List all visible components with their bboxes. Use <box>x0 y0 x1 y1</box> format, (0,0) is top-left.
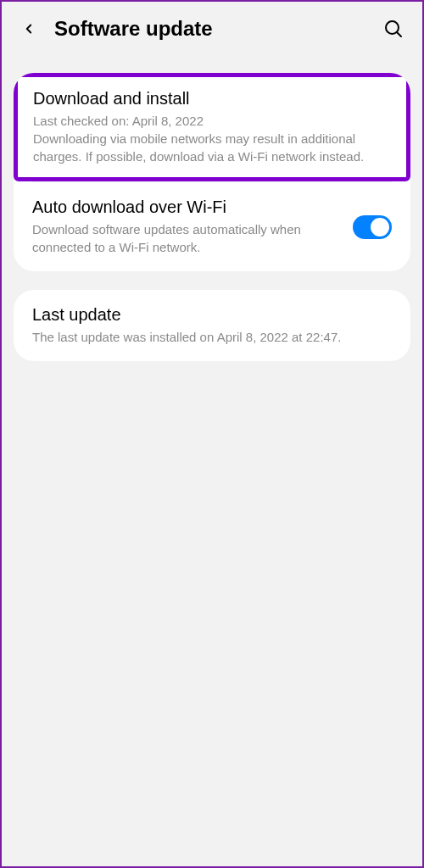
search-icon[interactable] <box>382 17 405 41</box>
download-install-item[interactable]: Download and install Last checked on: Ap… <box>18 77 406 177</box>
download-title: Download and install <box>33 89 391 108</box>
content: Download and install Last checked on: Ap… <box>2 56 422 361</box>
download-description: Downloading via mobile networks may resu… <box>33 130 391 165</box>
back-icon[interactable] <box>19 19 39 39</box>
last-update-description: The last update was installed on April 8… <box>32 328 392 346</box>
header: Software update <box>2 2 422 56</box>
card-group-last-update: Last update The last update was installe… <box>14 290 410 361</box>
auto-download-item[interactable]: Auto download over Wi-Fi Download softwa… <box>14 182 410 271</box>
card-group-updates: Download and install Last checked on: Ap… <box>14 73 410 271</box>
auto-download-text: Auto download over Wi-Fi Download softwa… <box>32 198 339 256</box>
last-update-item[interactable]: Last update The last update was installe… <box>14 290 410 361</box>
svg-line-1 <box>397 32 401 36</box>
auto-download-description: Download software updates automatically … <box>32 220 339 256</box>
download-last-checked: Last checked on: April 8, 2022 <box>33 112 391 130</box>
last-update-title: Last update <box>32 305 392 325</box>
page-title: Software update <box>54 17 366 41</box>
auto-download-title: Auto download over Wi-Fi <box>32 198 339 217</box>
highlight-border: Download and install Last checked on: Ap… <box>14 73 410 181</box>
auto-download-toggle[interactable] <box>353 215 392 239</box>
